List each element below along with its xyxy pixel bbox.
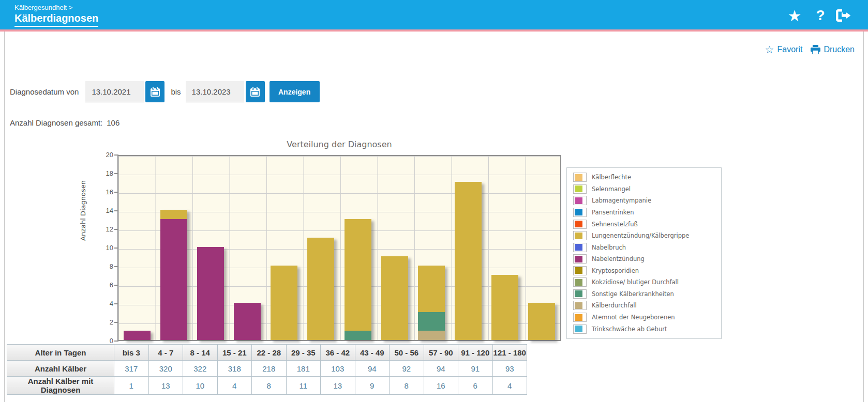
table-column-header: 57 - 90 [424,345,458,361]
bar-segment[interactable] [528,303,555,340]
date-from-calendar-button[interactable] [145,81,164,102]
favorit-star-icon: ☆ [765,43,774,56]
legend-item: Sonstige Kälberkrankheiten [573,289,721,299]
legend-label: Kokzidiose/ blutiger Durchfall [592,279,679,286]
stacked-bar[interactable] [418,266,445,340]
bar-segment[interactable] [491,275,518,340]
bar-column-4-7 [155,156,192,340]
bar-column-15-21 [229,156,266,340]
legend-item: Kokzidiose/ blutiger Durchfall [573,277,721,287]
chart-bars [118,156,560,340]
anzeigen-button[interactable]: Anzeigen [270,81,320,102]
bar-segment[interactable] [345,219,371,331]
bar-column-57-90 [450,156,487,340]
legend-item: Trinkschwäche ab Geburt [573,324,721,334]
legend-item: Selenmangel [573,184,721,194]
favorit-link[interactable]: ☆ Favorit [765,43,803,56]
legend-label: Selenmangel [592,185,631,193]
age-groups-table: Alter in Tagenbis 34 - 78 - 1415 - 2122 … [7,344,527,395]
legend-swatch [573,266,587,275]
legend-swatch [573,243,587,252]
table-cell: 92 [390,361,424,377]
y-tick-mark [114,210,118,211]
bar-segment[interactable] [124,331,151,340]
favorite-star-icon[interactable]: ★ [784,7,805,25]
bar-segment[interactable] [197,247,224,340]
bar-segment[interactable] [160,219,187,340]
legend-label: Kälberdurchfall [592,302,637,309]
y-tick-mark [114,285,118,286]
bar-segment[interactable] [271,266,297,340]
legend-swatch [573,289,587,299]
table-row: Anzahl Kälber mit Diagnosen1131048111398… [7,377,527,395]
bar-segment[interactable] [418,312,445,331]
help-icon[interactable]: ? [811,7,830,24]
table-cell: 11 [286,377,321,395]
legend-label: Kälberflechte [592,174,631,181]
y-tick-mark [114,266,118,267]
y-tick-label: 14 [93,207,113,214]
diagnoses-total-label: Anzahl Diagnosen gesamt: [10,118,102,127]
table-cell: 8 [252,377,287,395]
table-cell: 103 [321,361,355,377]
chart-legend: KälberflechteSelenmangelLabmagentympanie… [566,167,722,339]
legend-label: Sonstige Kälberkrankheiten [592,290,674,298]
table-column-header: 43 - 49 [355,345,390,361]
legend-item: Kälberdurchfall [573,301,721,310]
bar-segment[interactable] [418,331,445,340]
table-cell: 13 [148,377,183,395]
y-tick-label: 8 [93,262,113,270]
y-tick-label: 4 [93,300,113,307]
y-tick-mark [114,154,118,156]
legend-swatch [573,313,587,322]
table-cell: 320 [148,361,183,377]
bar-segment[interactable] [381,256,408,340]
stacked-bar[interactable] [160,210,187,340]
legend-label: Labmagentympanie [592,197,651,204]
table-column-header: bis 3 [114,345,149,361]
legend-item: Kälberflechte [573,173,721,182]
bar-segment[interactable] [234,303,261,340]
table-cell: 4 [217,377,252,395]
stacked-bar[interactable] [528,303,555,340]
date-to-calendar-button[interactable] [246,81,265,102]
legend-swatch [573,324,587,334]
table-column-header: 36 - 42 [321,345,355,361]
stacked-bar[interactable] [455,182,482,340]
table-cell: 91 [458,361,493,377]
stacked-bar[interactable] [124,331,151,340]
table-column-header: 4 - 7 [148,345,183,361]
stacked-bar[interactable] [234,303,261,340]
drucken-link[interactable]: Drucken [811,43,855,56]
table-cell: 94 [424,361,458,377]
bar-segment[interactable] [160,210,187,219]
date-to-input[interactable] [186,81,244,102]
stacked-bar[interactable] [381,256,408,340]
bar-segment[interactable] [418,266,445,312]
bar-segment[interactable] [345,331,371,340]
bar-segment[interactable] [455,182,482,340]
chart-plot-area [117,155,561,341]
legend-item: Sehnenstelzfuß [573,220,721,229]
legend-swatch [573,277,587,287]
stacked-bar[interactable] [491,275,518,340]
table-cell: 322 [183,361,218,377]
bar-column-36-42 [339,156,376,340]
page-title[interactable]: Kälberdiagnosen [14,12,98,27]
legend-label: Pansentrinken [592,209,634,216]
stacked-bar[interactable] [271,266,297,340]
table-row-label: Anzahl Kälber mit Diagnosen [7,377,114,395]
table-header-label: Alter in Tagen [7,345,114,361]
legend-label: Kryptosporidien [592,267,639,274]
stacked-bar[interactable] [345,219,371,340]
bar-column-121-180 [523,156,560,340]
bar-segment[interactable] [307,238,334,340]
logout-icon[interactable] [835,8,856,23]
stacked-bar[interactable] [197,247,224,340]
stacked-bar[interactable] [307,238,334,340]
date-from-input[interactable] [85,81,144,102]
legend-label: Nabelbruch [592,244,626,251]
y-tick-label: 2 [93,318,113,326]
bar-column-43-49 [376,156,413,340]
bar-column-29-35 [303,156,339,340]
